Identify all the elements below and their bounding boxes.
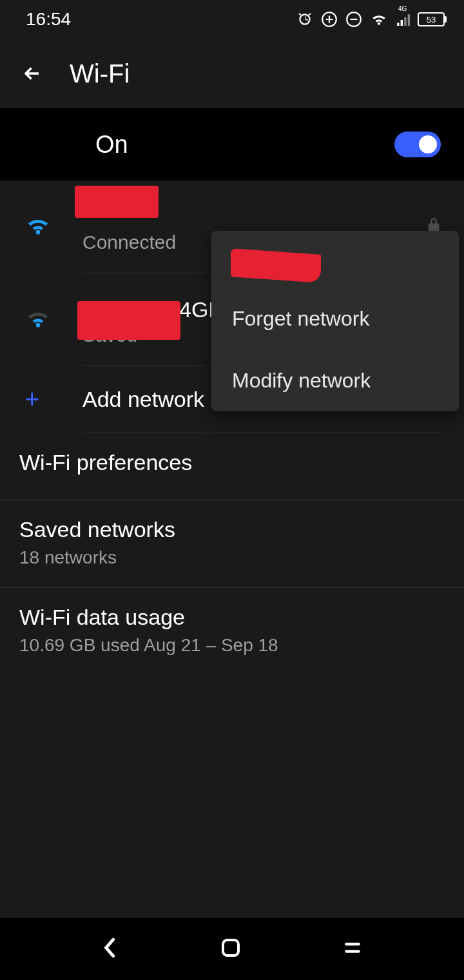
status-icons-group: 4G 53 [296, 11, 445, 28]
plus-circle-icon [321, 11, 338, 28]
redaction-mark [75, 186, 159, 218]
forget-network-item[interactable]: Forget network [211, 288, 459, 349]
status-time: 16:54 [26, 9, 71, 30]
wifi-preferences-row[interactable]: Wi-Fi preferences [0, 433, 464, 500]
wifi-toggle-switch[interactable] [394, 132, 441, 157]
wifi-signal-strong-icon [24, 215, 50, 239]
saved-networks-row[interactable]: Saved networks 18 networks [0, 500, 464, 588]
redaction-mark [231, 248, 321, 283]
battery-icon: 53 [418, 12, 445, 26]
modify-network-item[interactable]: Modify network [211, 349, 459, 411]
nav-home-button[interactable] [220, 937, 241, 961]
network-name-redacted [82, 201, 445, 228]
cellular-signal-icon: 4G [396, 13, 410, 26]
svg-rect-2 [223, 940, 238, 956]
navigation-bar [0, 918, 464, 980]
back-button[interactable] [19, 61, 45, 86]
nav-back-button[interactable] [102, 937, 118, 961]
wifi-toggle-label: On [95, 131, 128, 159]
wifi-signal-weak-icon [24, 308, 50, 332]
wifi-toggle-row[interactable]: On [0, 108, 464, 181]
minus-circle-icon [345, 11, 362, 28]
status-bar: 16:54 4G 53 [0, 0, 464, 39]
page-title: Wi-Fi [70, 59, 130, 88]
add-network-label: Add network [82, 387, 204, 412]
plus-icon: + [24, 385, 39, 414]
nav-recents-button[interactable] [343, 940, 362, 958]
wifi-icon [370, 12, 388, 26]
network-context-menu: Forget network Modify network [211, 231, 459, 411]
context-menu-title-redacted [211, 231, 459, 288]
wifi-data-usage-row[interactable]: Wi-Fi data usage 10.69 GB used Aug 21 – … [0, 588, 464, 675]
header: Wi-Fi [0, 39, 464, 108]
redaction-mark [77, 301, 180, 340]
alarm-icon [296, 11, 313, 28]
